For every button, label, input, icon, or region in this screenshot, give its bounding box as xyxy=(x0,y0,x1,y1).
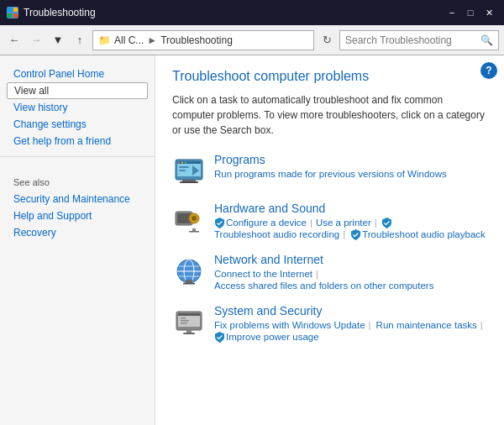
content-area: ? Troubleshoot computer problems Click o… xyxy=(155,55,504,425)
hardware-sound-title[interactable]: Hardware and Sound xyxy=(214,202,487,215)
search-input[interactable] xyxy=(345,34,477,46)
sep5: | xyxy=(367,320,373,330)
sidebar-item-help-support[interactable]: Help and Support xyxy=(0,207,155,224)
svg-point-8 xyxy=(181,162,183,164)
hardware-sound-icon xyxy=(172,203,206,237)
svg-point-18 xyxy=(192,216,197,221)
address-all-control: All C... xyxy=(114,34,144,46)
address-icon: 📁 xyxy=(98,34,111,46)
category-system-security: System and Security Fix problems with Wi… xyxy=(172,304,487,342)
dropdown-button[interactable]: ▼ xyxy=(49,31,67,50)
address-current: Troubleshooting xyxy=(160,34,233,46)
network-internet-icon xyxy=(172,254,206,288)
run-maintenance-link[interactable]: Run maintenance tasks xyxy=(376,320,477,330)
svg-rect-1 xyxy=(13,8,18,12)
sep6: | xyxy=(479,320,485,330)
title-bar: Troubleshooting − □ ✕ xyxy=(0,0,504,25)
system-security-info: System and Security Fix problems with Wi… xyxy=(214,304,487,342)
sidebar: Control Panel Home View all View history… xyxy=(0,55,155,425)
recording-shield-icon xyxy=(382,218,392,228)
svg-rect-14 xyxy=(180,181,198,183)
app-icon xyxy=(7,7,18,18)
improve-power-link[interactable]: Improve power usage xyxy=(226,332,319,342)
window-controls: − □ ✕ xyxy=(444,5,497,20)
address-path: 📁 All C... ► Troubleshooting xyxy=(92,30,314,50)
see-also-title: See also xyxy=(0,164,155,191)
sidebar-item-recovery[interactable]: Recovery xyxy=(0,224,155,241)
svg-rect-34 xyxy=(186,330,192,333)
category-hardware-sound: Hardware and Sound Configure a device | … xyxy=(172,202,487,239)
run-programs-link[interactable]: Run programs made for previous versions … xyxy=(214,169,447,179)
refresh-button[interactable]: ↻ xyxy=(318,31,336,50)
svg-rect-35 xyxy=(183,333,195,334)
minimize-button[interactable]: − xyxy=(444,5,460,20)
svg-rect-11 xyxy=(179,170,186,171)
content-title: Troubleshoot computer problems xyxy=(172,69,487,84)
search-box[interactable]: 🔍 xyxy=(339,30,499,50)
search-icon: 🔍 xyxy=(480,34,493,46)
svg-rect-0 xyxy=(8,8,12,12)
sep4: | xyxy=(314,269,320,279)
svg-rect-6 xyxy=(177,161,201,164)
svg-rect-30 xyxy=(178,313,200,316)
sidebar-item-change-settings[interactable]: Change settings xyxy=(0,116,155,133)
access-shared-link[interactable]: Access shared files and folders on other… xyxy=(214,281,433,291)
system-security-icon xyxy=(172,306,206,339)
fix-windows-update-link[interactable]: Fix problems with Windows Update xyxy=(214,320,365,330)
sidebar-item-view-all[interactable]: View all xyxy=(7,82,148,99)
connect-internet-link[interactable]: Connect to the Internet xyxy=(214,269,312,279)
category-programs: Programs Run programs made for previous … xyxy=(172,153,487,188)
svg-rect-33 xyxy=(181,323,187,324)
programs-icon xyxy=(172,155,206,188)
content-description: Click on a task to automatically trouble… xyxy=(172,92,487,138)
help-button[interactable]: ? xyxy=(480,62,497,79)
system-security-links: Fix problems with Windows Update | Run m… xyxy=(214,320,487,342)
network-internet-info: Network and Internet Connect to the Inte… xyxy=(214,253,487,291)
svg-point-9 xyxy=(185,162,186,164)
main-container: Control Panel Home View all View history… xyxy=(0,55,504,425)
path-separator: ► xyxy=(147,34,157,46)
programs-links: Run programs made for previous versions … xyxy=(214,169,447,179)
programs-title[interactable]: Programs xyxy=(214,153,447,166)
address-bar: ← → ▼ ↑ 📁 All C... ► Troubleshooting ↻ 🔍 xyxy=(0,25,504,55)
svg-point-7 xyxy=(178,162,180,164)
sidebar-item-control-panel-home[interactable]: Control Panel Home xyxy=(0,66,155,82)
window-title: Troubleshooting xyxy=(24,7,438,18)
svg-rect-31 xyxy=(181,317,186,319)
playback-shield-icon xyxy=(350,229,360,239)
up-button[interactable]: ↑ xyxy=(71,31,89,50)
hardware-sound-links: Configure a device | Use a printer | Tro… xyxy=(214,218,487,239)
svg-rect-32 xyxy=(181,320,189,322)
troubleshoot-playback-link[interactable]: Troubleshoot audio playback xyxy=(362,229,486,239)
svg-rect-27 xyxy=(183,283,195,285)
configure-shield-icon xyxy=(214,218,224,228)
system-security-title[interactable]: System and Security xyxy=(214,304,487,317)
svg-rect-10 xyxy=(179,166,189,168)
sep3: | xyxy=(341,229,347,239)
sidebar-item-get-help[interactable]: Get help from a friend xyxy=(0,133,155,150)
sep1: | xyxy=(308,218,314,228)
troubleshoot-recording-link[interactable]: Troubleshoot audio recording xyxy=(214,229,339,239)
improve-power-shield-icon xyxy=(214,332,224,342)
close-button[interactable]: ✕ xyxy=(480,5,497,20)
category-network-internet: Network and Internet Connect to the Inte… xyxy=(172,253,487,291)
maximize-button[interactable]: □ xyxy=(462,5,479,20)
back-button[interactable]: ← xyxy=(5,31,24,50)
programs-info: Programs Run programs made for previous … xyxy=(214,153,447,179)
svg-rect-19 xyxy=(192,228,196,231)
svg-rect-26 xyxy=(186,280,192,283)
svg-rect-13 xyxy=(182,180,196,181)
forward-button[interactable]: → xyxy=(27,31,45,50)
network-internet-links: Connect to the Internet | Access shared … xyxy=(214,269,487,291)
sep2: | xyxy=(373,218,379,228)
svg-rect-2 xyxy=(8,13,12,18)
configure-device-link[interactable]: Configure a device xyxy=(226,218,307,228)
sidebar-item-security-maintenance[interactable]: Security and Maintenance xyxy=(0,191,155,207)
svg-rect-3 xyxy=(13,13,18,18)
sidebar-item-view-history[interactable]: View history xyxy=(0,99,155,116)
use-printer-link[interactable]: Use a printer xyxy=(316,218,371,228)
svg-rect-20 xyxy=(189,231,199,233)
hardware-sound-info: Hardware and Sound Configure a device | … xyxy=(214,202,487,239)
network-internet-title[interactable]: Network and Internet xyxy=(214,253,487,266)
sidebar-divider xyxy=(0,156,155,157)
